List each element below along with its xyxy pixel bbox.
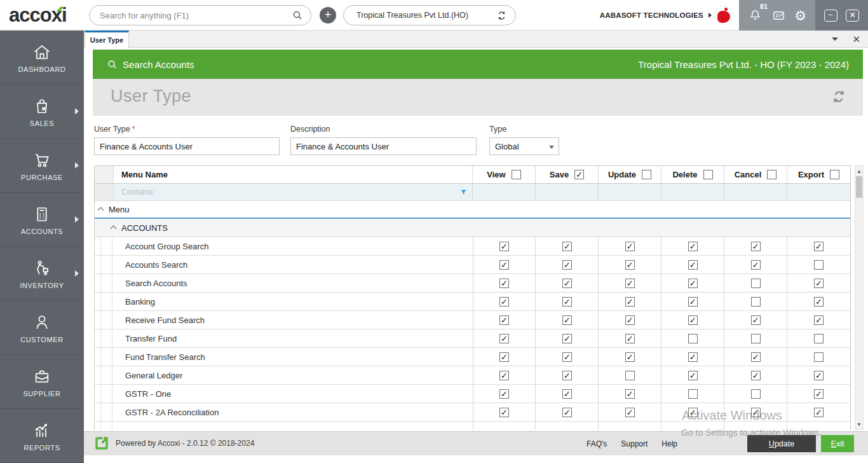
faqs-link[interactable]: FAQ's [587,439,607,448]
switch-company-icon[interactable] [496,10,508,22]
permission-checkbox[interactable] [688,389,698,399]
sidebar-item-supplier[interactable]: SUPPLIER [0,355,84,409]
permission-checkbox[interactable] [814,334,824,343]
tab-close-icon[interactable]: ✕ [852,34,860,44]
sidebar-item-reports[interactable]: REPORTS [0,409,84,463]
permission-checkbox[interactable] [562,352,572,362]
messages-icon[interactable] [771,8,786,23]
search-icon[interactable] [292,10,303,21]
permission-checkbox[interactable] [814,279,824,288]
support-link[interactable]: Support [621,439,648,448]
permission-checkbox[interactable] [751,279,761,288]
table-row[interactable]: Account Group Search [95,237,850,256]
org-avatar[interactable] [714,6,733,25]
table-row[interactable]: Banking [95,293,850,311]
minimize-button[interactable]: − [824,10,837,22]
permission-checkbox[interactable] [499,371,509,380]
search-input[interactable] [90,11,292,20]
permission-checkbox[interactable] [688,315,698,325]
collapse-chevron-icon[interactable] [98,207,104,214]
permission-checkbox[interactable] [625,334,635,343]
permission-checkbox[interactable] [814,352,824,362]
table-row[interactable]: Accounts Search [95,256,850,274]
sidebar-item-sales[interactable]: SALES [0,85,84,139]
permission-checkbox[interactable] [751,352,761,362]
help-link[interactable]: Help [661,439,677,448]
type-select[interactable]: Global [489,137,559,155]
group-row-menu[interactable]: Menu [95,201,850,219]
permission-checkbox[interactable] [751,260,761,270]
permission-checkbox[interactable] [562,242,572,251]
permission-checkbox[interactable] [688,260,698,270]
permission-checkbox[interactable] [814,389,824,399]
permission-checkbox[interactable] [688,297,698,307]
permission-checkbox[interactable] [625,297,635,307]
table-row[interactable]: Receive Fund Search [95,311,850,329]
permission-checkbox[interactable] [562,334,572,343]
company-selector[interactable]: Tropical Treasures Pvt Ltd.(HO) [343,5,516,25]
sidebar-item-customer[interactable]: CUSTOMER [0,301,84,355]
permission-checkbox[interactable] [751,297,761,307]
permission-checkbox[interactable] [814,242,824,251]
table-row[interactable]: Fund Transfer Search [95,348,850,366]
permission-checkbox[interactable] [499,297,509,307]
menu-filter-input[interactable]: Contains: [114,184,472,200]
permission-checkbox[interactable] [562,371,572,380]
permission-checkbox[interactable] [751,371,761,380]
permission-checkbox[interactable] [814,371,824,380]
permission-checkbox[interactable] [814,315,824,325]
permission-checkbox[interactable] [814,297,824,307]
permission-checkbox[interactable] [499,408,509,417]
table-row[interactable]: Search Accounts [95,274,850,293]
scrollbar-thumb[interactable] [856,176,862,198]
sidebar-item-inventory[interactable]: INVENTORY [0,247,84,301]
permission-checkbox[interactable] [499,242,509,251]
permission-checkbox[interactable] [499,334,509,343]
permission-checkbox[interactable] [499,279,509,288]
permission-checkbox[interactable] [625,279,635,288]
permission-checkbox[interactable] [625,352,635,362]
table-row[interactable]: GSTR - 2A Reconciliation [95,403,850,422]
permission-checkbox[interactable] [688,352,698,362]
refresh-icon[interactable] [830,88,848,106]
update-button[interactable]: Update [747,435,816,452]
permission-checkbox[interactable] [499,260,509,270]
sidebar-item-accounts[interactable]: ACCOUNTS [0,193,84,247]
permission-checkbox[interactable] [751,242,761,251]
permission-checkbox[interactable] [499,389,509,399]
table-scrollbar[interactable]: ▲ ▼ [855,165,864,430]
tab-list-dropdown-icon[interactable] [832,38,838,41]
permission-checkbox[interactable] [562,297,572,307]
permission-checkbox[interactable] [562,389,572,399]
sidebar-item-purchase[interactable]: PURCHASE [0,139,84,193]
permission-checkbox[interactable] [625,389,635,399]
table-row[interactable]: General Ledger [95,366,850,385]
permission-checkbox[interactable] [625,242,635,251]
filter-funnel-icon[interactable] [460,189,467,196]
column-checkbox-cancel[interactable] [767,170,776,179]
tab-user-type[interactable]: User Type [85,31,129,48]
permission-checkbox[interactable] [688,408,698,417]
permission-checkbox[interactable] [562,315,572,325]
column-checkbox-export[interactable] [830,170,839,179]
permission-checkbox[interactable] [688,371,698,380]
permission-checkbox[interactable] [562,260,572,270]
permission-checkbox[interactable] [814,408,824,417]
permission-checkbox[interactable] [751,389,761,399]
permission-checkbox[interactable] [751,334,761,343]
notifications-bell-icon[interactable]: 81 [748,8,763,23]
table-row[interactable]: GSTR - One [95,385,850,403]
permission-checkbox[interactable] [688,279,698,288]
permission-checkbox[interactable] [688,242,698,251]
permission-checkbox[interactable] [751,315,761,325]
permission-checkbox[interactable] [562,279,572,288]
permission-checkbox[interactable] [688,334,698,343]
permission-checkbox[interactable] [625,260,635,270]
permission-checkbox[interactable] [814,260,824,270]
column-checkbox-update[interactable] [642,170,651,179]
scroll-up-icon[interactable]: ▲ [855,167,863,176]
scroll-down-icon[interactable]: ▼ [855,420,863,429]
column-checkbox-delete[interactable] [703,170,713,179]
organization-menu[interactable]: AABASOFT TECHNOLOGIES [600,0,712,31]
add-button[interactable]: + [320,7,336,24]
